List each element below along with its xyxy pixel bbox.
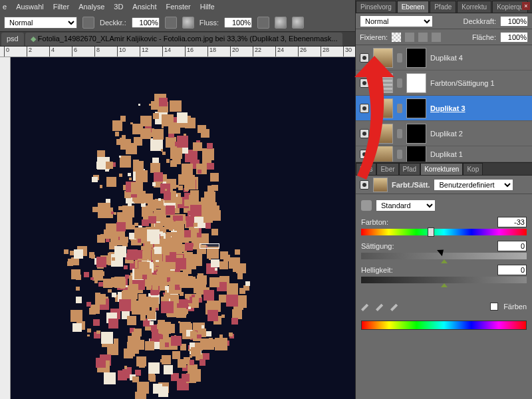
layer-opacity-input[interactable] bbox=[500, 16, 528, 27]
right-panels: × Pinselvorg Ebenen Pfade Korrektu Kopie… bbox=[355, 0, 532, 399]
hue-slider: Farbton: bbox=[361, 217, 527, 235]
fill-label: Fläche: bbox=[472, 33, 496, 41]
close-icon[interactable]: × bbox=[522, 2, 530, 10]
layer-row[interactable]: Duplikat 3 bbox=[356, 96, 532, 121]
tab-paths[interactable]: Pfade bbox=[430, 1, 456, 13]
menu-item[interactable]: Ansicht bbox=[132, 3, 156, 11]
panel-tabs: Pinselvorg Ebenen Pfade Korrektu Kopierq… bbox=[356, 0, 532, 13]
canvas[interactable] bbox=[11, 57, 355, 399]
link-icon[interactable] bbox=[397, 53, 402, 63]
brush-icon[interactable] bbox=[275, 17, 287, 29]
hue-label: Farbton: bbox=[361, 218, 388, 226]
layer-thumbnail[interactable] bbox=[373, 98, 393, 118]
tab-mini[interactable]: Kop bbox=[463, 163, 483, 175]
mask-thumbnail[interactable] bbox=[406, 124, 426, 144]
tab-corrections[interactable]: Korrekturen bbox=[420, 163, 463, 175]
menu-item[interactable]: e bbox=[3, 3, 7, 11]
adjustment-title: Farbt./Sätt. bbox=[392, 181, 430, 189]
lightness-value[interactable] bbox=[497, 265, 527, 275]
chevron-down-icon[interactable] bbox=[165, 17, 177, 29]
opacity-label: Deckkr.: bbox=[100, 19, 126, 27]
menu-item[interactable]: Hilfe bbox=[200, 3, 215, 11]
document-tab[interactable]: psd bbox=[1, 33, 24, 46]
layer-thumbnail[interactable] bbox=[373, 48, 393, 68]
adjustment-preview bbox=[373, 178, 388, 192]
link-icon[interactable] bbox=[397, 78, 402, 88]
tab-mini[interactable]: Pins bbox=[356, 163, 376, 175]
tab-layers[interactable]: Ebenen bbox=[397, 1, 429, 13]
chevron-down-icon[interactable] bbox=[82, 17, 94, 29]
visibility-icon[interactable] bbox=[360, 129, 369, 138]
link-icon[interactable] bbox=[397, 104, 402, 113]
menu-item[interactable]: Auswahl bbox=[16, 3, 44, 11]
menu-item[interactable]: 3D bbox=[114, 3, 123, 11]
hue-track[interactable] bbox=[361, 229, 527, 235]
eyedropper-minus-icon[interactable] bbox=[390, 302, 400, 311]
lightness-label: Helligkeit: bbox=[361, 266, 393, 274]
lightness-slider: Helligkeit: bbox=[361, 265, 527, 283]
layers-list: Duplikat 4 Farbton/Sättigung 1 Duplikat … bbox=[356, 45, 532, 162]
document-tab[interactable]: ◆ Fotolia_14982670_XLAmir Kaljikovic - F… bbox=[25, 33, 343, 46]
corrections-tabs: Pins Eber Pfad Korrekturen Kop bbox=[356, 162, 532, 176]
layer-name[interactable]: Duplikat 2 bbox=[430, 130, 463, 138]
ruler-vertical bbox=[0, 57, 11, 399]
visibility-icon[interactable] bbox=[360, 180, 369, 190]
target-icon[interactable] bbox=[292, 17, 304, 29]
lock-pixels-icon[interactable] bbox=[405, 33, 414, 42]
lock-label: Fixieren: bbox=[360, 33, 388, 41]
layer-row[interactable]: Farbton/Sättigung 1 bbox=[356, 70, 532, 96]
visibility-icon[interactable] bbox=[360, 53, 369, 63]
eyedropper-plus-icon[interactable] bbox=[376, 302, 385, 311]
preset-select[interactable]: Benutzerdefiniert bbox=[434, 179, 513, 191]
layer-row[interactable]: Duplikat 1 bbox=[356, 146, 532, 162]
fill-input[interactable] bbox=[500, 32, 528, 43]
visibility-icon[interactable] bbox=[360, 150, 369, 159]
colorize-label: Färben bbox=[503, 303, 527, 311]
lightness-track[interactable] bbox=[361, 277, 527, 283]
layer-row[interactable]: Duplikat 4 bbox=[356, 45, 532, 70]
layer-name[interactable]: Duplikat 1 bbox=[430, 150, 463, 158]
channel-select[interactable]: Standard bbox=[376, 200, 436, 211]
mask-thumbnail[interactable] bbox=[406, 146, 426, 162]
eyedropper-icon[interactable] bbox=[361, 302, 370, 311]
flow-input[interactable] bbox=[224, 17, 252, 28]
layer-name[interactable]: Duplikat 4 bbox=[430, 54, 463, 62]
colorize-checkbox[interactable] bbox=[490, 303, 498, 311]
link-icon[interactable] bbox=[397, 129, 402, 138]
layer-row[interactable]: Duplikat 2 bbox=[356, 121, 532, 146]
mask-thumbnail[interactable] bbox=[406, 73, 426, 93]
lock-all-icon[interactable] bbox=[432, 33, 441, 42]
layer-name[interactable]: Duplikat 3 bbox=[430, 104, 466, 112]
link-icon[interactable] bbox=[397, 150, 402, 159]
tab-mini[interactable]: Pfad bbox=[399, 163, 421, 175]
lock-transparency-icon[interactable] bbox=[392, 33, 401, 42]
saturation-value[interactable] bbox=[497, 241, 527, 251]
blend-mode-select[interactable]: Normal bbox=[4, 17, 77, 29]
hue-value[interactable] bbox=[497, 217, 527, 227]
opacity-input[interactable] bbox=[132, 17, 160, 28]
saturation-label: Sättigung: bbox=[361, 242, 394, 250]
mask-thumbnail[interactable] bbox=[406, 48, 426, 68]
flow-label: Fluss: bbox=[200, 19, 219, 27]
selection-handle[interactable] bbox=[200, 243, 219, 249]
airbrush-icon[interactable] bbox=[182, 17, 194, 29]
mask-thumbnail[interactable] bbox=[406, 98, 426, 118]
visibility-icon[interactable] bbox=[360, 78, 369, 88]
layer-name[interactable]: Farbton/Sättigung 1 bbox=[430, 79, 495, 87]
tab-adjustments[interactable]: Korrektu bbox=[457, 1, 491, 13]
tab-brush-presets[interactable]: Pinselvorg bbox=[356, 1, 396, 13]
hue-spectrum bbox=[361, 321, 527, 330]
layer-opacity-label: Deckkraft: bbox=[463, 17, 496, 25]
tab-mini[interactable]: Eber bbox=[376, 163, 398, 175]
chevron-down-icon[interactable] bbox=[257, 17, 269, 29]
layer-thumbnail[interactable] bbox=[373, 146, 393, 162]
layer-blend-select[interactable]: Normal bbox=[360, 15, 433, 27]
lock-position-icon[interactable] bbox=[418, 33, 428, 42]
scrubby-hand-icon[interactable] bbox=[361, 200, 372, 211]
visibility-icon[interactable] bbox=[360, 104, 369, 113]
menu-item[interactable]: Filter bbox=[53, 3, 69, 11]
menu-item[interactable]: Fenster bbox=[166, 3, 190, 11]
adjustment-thumbnail[interactable] bbox=[373, 73, 393, 93]
menu-item[interactable]: Analyse bbox=[78, 3, 104, 11]
layer-thumbnail[interactable] bbox=[373, 124, 393, 144]
